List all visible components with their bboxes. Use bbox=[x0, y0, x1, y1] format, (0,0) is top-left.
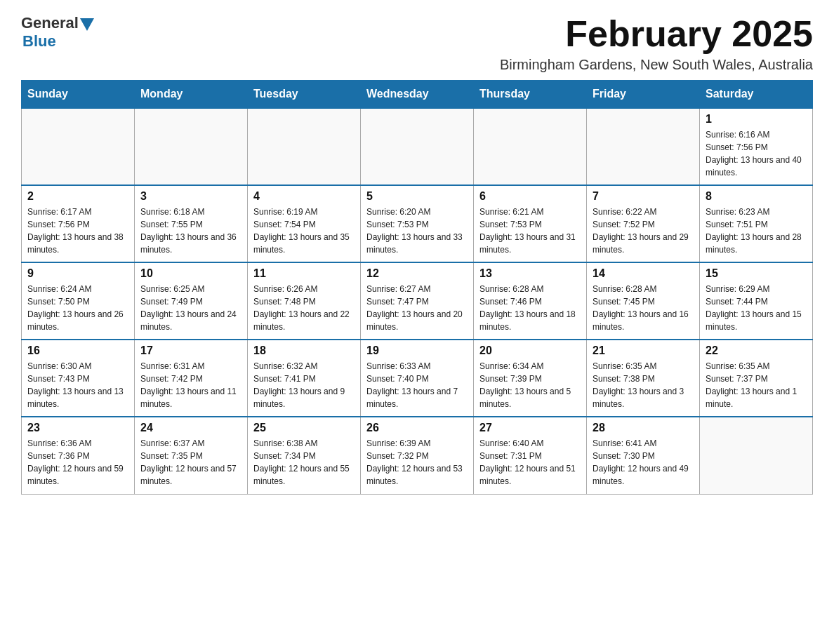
day-info: Sunrise: 6:18 AM Sunset: 7:55 PM Dayligh… bbox=[140, 206, 241, 256]
day-number: 28 bbox=[593, 422, 694, 434]
calendar-day-cell bbox=[700, 417, 813, 494]
day-number: 17 bbox=[140, 344, 241, 357]
calendar-week-row: 23Sunrise: 6:36 AM Sunset: 7:36 PM Dayli… bbox=[22, 417, 813, 494]
calendar-week-row: 16Sunrise: 6:30 AM Sunset: 7:43 PM Dayli… bbox=[22, 340, 813, 417]
calendar-day-cell: 11Sunrise: 6:26 AM Sunset: 7:48 PM Dayli… bbox=[248, 262, 361, 340]
day-number: 24 bbox=[140, 422, 241, 434]
calendar-day-cell: 28Sunrise: 6:41 AM Sunset: 7:30 PM Dayli… bbox=[587, 417, 700, 494]
calendar-week-row: 2Sunrise: 6:17 AM Sunset: 7:56 PM Daylig… bbox=[22, 185, 813, 262]
day-number: 16 bbox=[27, 344, 128, 357]
title-block: February 2025 Birmingham Gardens, New So… bbox=[500, 14, 813, 73]
day-info: Sunrise: 6:33 AM Sunset: 7:40 PM Dayligh… bbox=[366, 360, 468, 410]
day-number: 7 bbox=[593, 190, 694, 203]
day-number: 18 bbox=[253, 344, 355, 357]
day-info: Sunrise: 6:39 AM Sunset: 7:32 PM Dayligh… bbox=[366, 437, 468, 488]
day-info: Sunrise: 6:25 AM Sunset: 7:49 PM Dayligh… bbox=[140, 283, 241, 333]
calendar-day-cell: 16Sunrise: 6:30 AM Sunset: 7:43 PM Dayli… bbox=[22, 340, 135, 417]
day-number: 22 bbox=[706, 344, 807, 357]
calendar-day-cell: 21Sunrise: 6:35 AM Sunset: 7:38 PM Dayli… bbox=[587, 340, 700, 417]
calendar-day-cell bbox=[361, 108, 474, 185]
day-info: Sunrise: 6:20 AM Sunset: 7:53 PM Dayligh… bbox=[366, 206, 468, 256]
calendar-day-cell: 19Sunrise: 6:33 AM Sunset: 7:40 PM Dayli… bbox=[361, 340, 474, 417]
calendar-day-cell: 24Sunrise: 6:37 AM Sunset: 7:35 PM Dayli… bbox=[135, 417, 248, 494]
day-info: Sunrise: 6:37 AM Sunset: 7:35 PM Dayligh… bbox=[140, 437, 241, 488]
calendar-day-cell bbox=[135, 108, 248, 185]
day-number: 9 bbox=[27, 267, 128, 280]
calendar-day-cell: 18Sunrise: 6:32 AM Sunset: 7:41 PM Dayli… bbox=[248, 340, 361, 417]
calendar-day-cell bbox=[587, 108, 700, 185]
calendar-day-cell: 10Sunrise: 6:25 AM Sunset: 7:49 PM Dayli… bbox=[135, 262, 248, 340]
day-info: Sunrise: 6:28 AM Sunset: 7:45 PM Dayligh… bbox=[593, 283, 694, 333]
calendar-day-cell: 25Sunrise: 6:38 AM Sunset: 7:34 PM Dayli… bbox=[248, 417, 361, 494]
calendar-header-thursday: Thursday bbox=[474, 81, 587, 109]
day-number: 26 bbox=[366, 422, 468, 434]
day-number: 11 bbox=[253, 267, 355, 280]
day-info: Sunrise: 6:35 AM Sunset: 7:38 PM Dayligh… bbox=[593, 360, 694, 410]
calendar-day-cell: 6Sunrise: 6:21 AM Sunset: 7:53 PM Daylig… bbox=[474, 185, 587, 262]
day-number: 23 bbox=[27, 422, 128, 434]
calendar-header-saturday: Saturday bbox=[700, 81, 813, 109]
calendar-day-cell: 27Sunrise: 6:40 AM Sunset: 7:31 PM Dayli… bbox=[474, 417, 587, 494]
calendar-day-cell: 14Sunrise: 6:28 AM Sunset: 7:45 PM Dayli… bbox=[587, 262, 700, 340]
calendar-day-cell: 23Sunrise: 6:36 AM Sunset: 7:36 PM Dayli… bbox=[22, 417, 135, 494]
day-info: Sunrise: 6:27 AM Sunset: 7:47 PM Dayligh… bbox=[366, 283, 468, 333]
calendar-day-cell: 1Sunrise: 6:16 AM Sunset: 7:56 PM Daylig… bbox=[700, 108, 813, 185]
day-number: 25 bbox=[253, 422, 355, 434]
calendar-day-cell: 2Sunrise: 6:17 AM Sunset: 7:56 PM Daylig… bbox=[22, 185, 135, 262]
day-info: Sunrise: 6:35 AM Sunset: 7:37 PM Dayligh… bbox=[706, 360, 807, 410]
day-info: Sunrise: 6:41 AM Sunset: 7:30 PM Dayligh… bbox=[593, 437, 694, 488]
calendar-day-cell: 12Sunrise: 6:27 AM Sunset: 7:47 PM Dayli… bbox=[361, 262, 474, 340]
day-info: Sunrise: 6:26 AM Sunset: 7:48 PM Dayligh… bbox=[253, 283, 355, 333]
day-number: 27 bbox=[479, 422, 581, 434]
calendar-day-cell bbox=[22, 108, 135, 185]
calendar-table: SundayMondayTuesdayWednesdayThursdayFrid… bbox=[21, 80, 813, 495]
day-info: Sunrise: 6:21 AM Sunset: 7:53 PM Dayligh… bbox=[479, 206, 581, 256]
calendar-day-cell: 26Sunrise: 6:39 AM Sunset: 7:32 PM Dayli… bbox=[361, 417, 474, 494]
calendar-day-cell: 20Sunrise: 6:34 AM Sunset: 7:39 PM Dayli… bbox=[474, 340, 587, 417]
day-info: Sunrise: 6:29 AM Sunset: 7:44 PM Dayligh… bbox=[706, 283, 807, 333]
page-header: General Blue February 2025 Birmingham Ga… bbox=[21, 14, 813, 73]
day-number: 12 bbox=[366, 267, 468, 280]
calendar-day-cell: 3Sunrise: 6:18 AM Sunset: 7:55 PM Daylig… bbox=[135, 185, 248, 262]
day-number: 10 bbox=[140, 267, 241, 280]
month-title: February 2025 bbox=[500, 14, 813, 54]
calendar-header-sunday: Sunday bbox=[22, 81, 135, 109]
day-info: Sunrise: 6:32 AM Sunset: 7:41 PM Dayligh… bbox=[253, 360, 355, 410]
logo-arrow-icon bbox=[80, 18, 94, 31]
calendar-header-wednesday: Wednesday bbox=[361, 81, 474, 109]
calendar-day-cell bbox=[474, 108, 587, 185]
day-number: 13 bbox=[479, 267, 581, 280]
day-number: 20 bbox=[479, 344, 581, 357]
calendar-day-cell: 8Sunrise: 6:23 AM Sunset: 7:51 PM Daylig… bbox=[700, 185, 813, 262]
calendar-header-row: SundayMondayTuesdayWednesdayThursdayFrid… bbox=[22, 81, 813, 109]
calendar-header-friday: Friday bbox=[587, 81, 700, 109]
day-info: Sunrise: 6:28 AM Sunset: 7:46 PM Dayligh… bbox=[479, 283, 581, 333]
day-number: 5 bbox=[366, 190, 468, 203]
calendar-week-row: 9Sunrise: 6:24 AM Sunset: 7:50 PM Daylig… bbox=[22, 262, 813, 340]
day-info: Sunrise: 6:30 AM Sunset: 7:43 PM Dayligh… bbox=[27, 360, 128, 410]
day-info: Sunrise: 6:23 AM Sunset: 7:51 PM Dayligh… bbox=[706, 206, 807, 256]
day-number: 4 bbox=[253, 190, 355, 203]
calendar-header-monday: Monday bbox=[135, 81, 248, 109]
calendar-day-cell: 4Sunrise: 6:19 AM Sunset: 7:54 PM Daylig… bbox=[248, 185, 361, 262]
location-subtitle: Birmingham Gardens, New South Wales, Aus… bbox=[500, 57, 813, 73]
calendar-day-cell: 7Sunrise: 6:22 AM Sunset: 7:52 PM Daylig… bbox=[587, 185, 700, 262]
day-number: 8 bbox=[706, 190, 807, 203]
day-number: 15 bbox=[706, 267, 807, 280]
calendar-day-cell: 13Sunrise: 6:28 AM Sunset: 7:46 PM Dayli… bbox=[474, 262, 587, 340]
calendar-week-row: 1Sunrise: 6:16 AM Sunset: 7:56 PM Daylig… bbox=[22, 108, 813, 185]
day-info: Sunrise: 6:36 AM Sunset: 7:36 PM Dayligh… bbox=[27, 437, 128, 488]
calendar-day-cell bbox=[248, 108, 361, 185]
logo-blue-text: Blue bbox=[22, 32, 56, 51]
day-info: Sunrise: 6:31 AM Sunset: 7:42 PM Dayligh… bbox=[140, 360, 241, 410]
day-info: Sunrise: 6:19 AM Sunset: 7:54 PM Dayligh… bbox=[253, 206, 355, 256]
calendar-day-cell: 9Sunrise: 6:24 AM Sunset: 7:50 PM Daylig… bbox=[22, 262, 135, 340]
day-number: 2 bbox=[27, 190, 128, 203]
calendar-day-cell: 17Sunrise: 6:31 AM Sunset: 7:42 PM Dayli… bbox=[135, 340, 248, 417]
day-info: Sunrise: 6:16 AM Sunset: 7:56 PM Dayligh… bbox=[706, 128, 807, 179]
calendar-header-tuesday: Tuesday bbox=[248, 81, 361, 109]
day-info: Sunrise: 6:17 AM Sunset: 7:56 PM Dayligh… bbox=[27, 206, 128, 256]
day-number: 21 bbox=[593, 344, 694, 357]
logo: General Blue bbox=[21, 14, 94, 51]
day-info: Sunrise: 6:24 AM Sunset: 7:50 PM Dayligh… bbox=[27, 283, 128, 333]
